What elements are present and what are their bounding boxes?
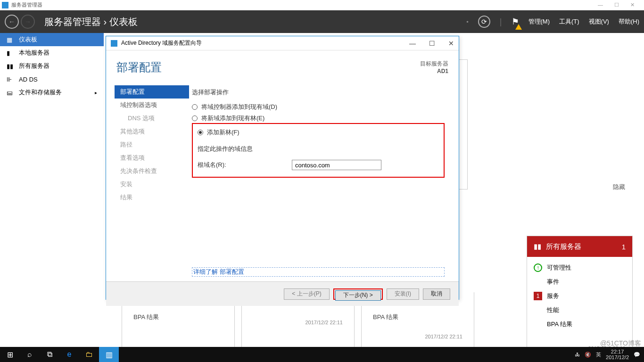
status-label: 事件	[547, 278, 559, 286]
window-min-button[interactable]: —	[598, 2, 603, 8]
sidebar-label: 文件和存储服务	[19, 88, 62, 97]
nav-sidebar: ▦ 仪表板 ▮ 本地服务器 ▮▮ 所有服务器 ⊪ AD DS 🖴 文件和存储服务…	[0, 33, 104, 344]
root-domain-label: 根域名(R):	[198, 161, 292, 169]
radio-icon	[192, 115, 198, 121]
dialog-footer: < 上一步(P) 下一步(N) > 安装(I) 取消	[106, 281, 459, 306]
breadcrumb-page: 仪表板	[109, 16, 138, 27]
hide-link[interactable]: 隐藏	[613, 183, 625, 191]
step-dns-options: DNS 选项	[115, 112, 189, 125]
sidebar-item-all-servers[interactable]: ▮▮ 所有服务器	[0, 59, 104, 73]
radio-icon	[192, 104, 198, 110]
app-logo-icon	[2, 2, 8, 8]
nav-back-button[interactable]: ←	[5, 15, 19, 29]
dialog-title: Active Directory 域服务配置向导	[121, 39, 202, 47]
tray-date: 2017/12/2	[606, 354, 629, 360]
tile-line: BPA 结果	[133, 310, 223, 324]
step-prereq: 先决条件检查	[115, 165, 189, 178]
tile-timestamp: 2017/12/2 22:11	[253, 320, 343, 325]
step-dc-options[interactable]: 域控制器选项	[115, 99, 189, 112]
status-row-manageability[interactable]: ↑ 可管理性	[534, 261, 626, 275]
dialog-titlebar: Active Directory 域服务配置向导 — ☐ ✕	[106, 36, 459, 50]
tile-line: BPA 结果	[373, 310, 462, 324]
dialog-max-button[interactable]: ☐	[429, 40, 435, 47]
menu-tools[interactable]: 工具(T)	[559, 17, 579, 26]
deploy-action-label: 选择部署操作	[192, 88, 445, 97]
status-row-services[interactable]: 1 服务	[534, 289, 626, 303]
target-server-value: AD1	[420, 68, 448, 74]
status-row-bpa[interactable]: BPA 结果	[534, 317, 626, 331]
window-close-button[interactable]: ✕	[630, 2, 635, 8]
tray-volume-icon[interactable]: 🔇	[585, 352, 591, 358]
task-view-button[interactable]: ⧉	[40, 347, 59, 362]
wizard-step-nav: 部署配置 域控制器选项 DNS 选项 其他选项 路径 查看选项 先决条件检查 安…	[106, 79, 189, 281]
all-servers-title: 所有服务器	[546, 242, 581, 251]
tray-notifications-icon[interactable]: 💬	[634, 352, 640, 358]
learn-more-link[interactable]: 详细了解 部署配置	[192, 267, 445, 277]
status-label: 服务	[547, 292, 559, 300]
notifications-flag-icon[interactable]: ⚑	[512, 16, 519, 27]
step-install: 安装	[115, 178, 189, 191]
server-manager-task-icon[interactable]: ▥	[99, 347, 119, 362]
root-domain-input[interactable]	[292, 160, 381, 170]
status-label: 性能	[547, 306, 559, 314]
header-toolbar: ← → 服务器管理器 › 仪表板 • ⟳ | ⚑ 管理(M) 工具(T) 视图(…	[0, 10, 644, 33]
menu-view[interactable]: 视图(V)	[589, 17, 609, 26]
tray-clock[interactable]: 22:17 2017/12/2	[606, 349, 629, 360]
target-server-label: 目标服务器	[420, 60, 448, 68]
radio-label: 添加新林(F)	[207, 128, 239, 137]
dialog-heading: 部署配置	[116, 60, 162, 75]
start-button[interactable]: ⊞	[0, 347, 20, 362]
refresh-button[interactable]: ⟳	[478, 16, 490, 28]
step-other-options: 其他选项	[115, 125, 189, 138]
tile-timestamp: 2017/12/2 22:11	[373, 334, 462, 339]
cancel-button[interactable]: 取消	[423, 288, 450, 300]
explorer-icon[interactable]: 🗀	[79, 347, 99, 362]
step-deploy-config[interactable]: 部署配置	[115, 85, 189, 99]
menu-manage[interactable]: 管理(M)	[528, 17, 550, 26]
chevron-right-icon: ▸	[95, 90, 97, 95]
sidebar-item-local-server[interactable]: ▮ 本地服务器	[0, 46, 104, 59]
sidebar-item-file-storage[interactable]: 🖴 文件和存储服务 ▸	[0, 86, 104, 99]
all-servers-header[interactable]: ▮▮ 所有服务器 1	[527, 236, 632, 257]
radio-add-new-forest[interactable]: 添加新林(F)	[198, 127, 439, 138]
status-label: BPA 结果	[547, 320, 572, 329]
sidebar-label: 本地服务器	[19, 49, 50, 57]
sidebar-label: 仪表板	[19, 35, 37, 44]
sidebar-item-dashboard[interactable]: ▦ 仪表板	[0, 33, 104, 46]
status-row-events[interactable]: 事件	[534, 275, 626, 289]
status-label: 可管理性	[547, 263, 571, 272]
menu-help[interactable]: 帮助(H)	[619, 17, 639, 26]
sidebar-item-adds[interactable]: ⊪ AD DS	[0, 73, 104, 86]
step-results: 结果	[115, 191, 189, 204]
radio-label: 将域控制器添加到现有域(D)	[201, 103, 277, 111]
install-button: 安装(I)	[387, 288, 419, 300]
step-paths: 路径	[115, 138, 189, 151]
blank-icon	[534, 320, 542, 329]
all-servers-count: 1	[622, 243, 626, 251]
server-icon: ▮	[7, 49, 14, 57]
next-button[interactable]: 下一步(N) >	[335, 290, 381, 301]
radio-label: 将新域添加到现有林(E)	[201, 114, 264, 123]
sidebar-label: 所有服务器	[19, 62, 50, 70]
highlight-annotation: 添加新林(F) 指定此操作的域信息 根域名(R):	[192, 123, 445, 178]
window-max-button[interactable]: ☐	[614, 2, 619, 8]
window-titlebar: 服务器管理器 — ☐ ✕	[0, 0, 644, 10]
window-title: 服务器管理器	[11, 1, 42, 8]
ie-icon[interactable]: e	[59, 347, 79, 362]
radio-icon	[198, 130, 203, 135]
prev-button: < 上一步(P)	[284, 288, 329, 300]
radio-add-dc-existing-domain[interactable]: 将域控制器添加到现有域(D)	[192, 101, 445, 113]
radio-add-domain-existing-forest[interactable]: 将新域添加到现有林(E)	[192, 113, 445, 124]
next-button-highlight: 下一步(N) >	[333, 288, 383, 300]
blank-icon	[534, 278, 542, 286]
taskbar: ⊞ ⌕ ⧉ e 🗀 ▥ 🖧 🔇 英 22:17 2017/12/2 💬	[0, 347, 644, 362]
tray-ime[interactable]: 英	[596, 351, 601, 358]
status-row-performance[interactable]: 性能	[534, 303, 626, 317]
servers-icon: ▮▮	[534, 242, 541, 251]
dialog-min-button[interactable]: —	[409, 40, 416, 47]
pipe-separator: |	[500, 17, 502, 27]
breadcrumb: 服务器管理器 › 仪表板	[44, 16, 138, 28]
dialog-close-button[interactable]: ✕	[448, 40, 454, 47]
search-button[interactable]: ⌕	[20, 347, 40, 362]
tray-network-icon[interactable]: 🖧	[575, 352, 580, 357]
